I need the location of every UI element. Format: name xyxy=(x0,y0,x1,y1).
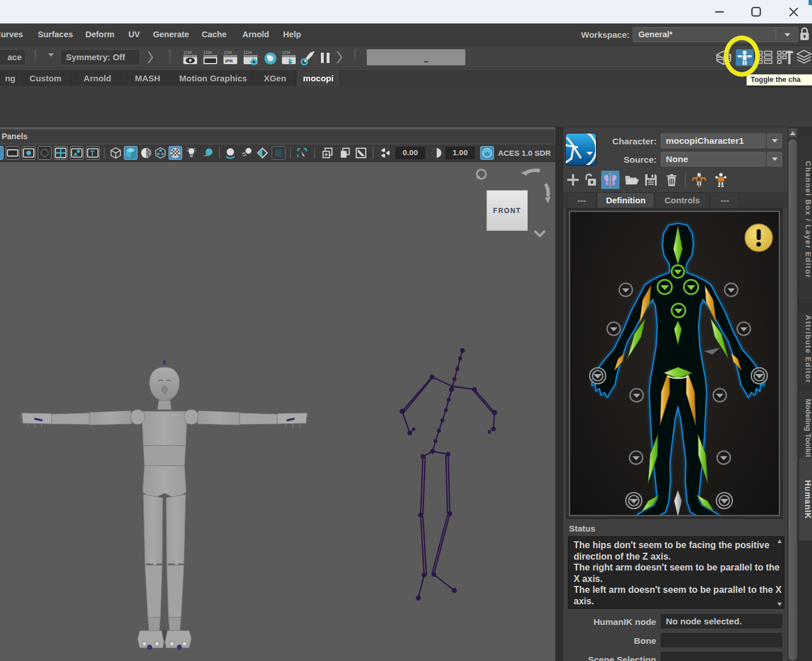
vp-lights-icon[interactable] xyxy=(185,146,198,160)
poly-count-icon[interactable] xyxy=(715,50,732,65)
menu-generate[interactable]: Generate xyxy=(153,23,189,46)
menu-surfaces[interactable]: Surfaces xyxy=(38,23,73,46)
vp-ao-icon[interactable] xyxy=(223,146,237,160)
status-scroll-up[interactable] xyxy=(776,538,783,544)
bone-field[interactable] xyxy=(661,633,782,647)
vp-isolate-icon[interactable] xyxy=(22,146,36,160)
vp-material-icon[interactable] xyxy=(154,146,167,160)
lock-icon[interactable] xyxy=(799,26,810,43)
tab-definition[interactable]: Definition xyxy=(597,192,654,207)
tab-dash-2[interactable]: --- xyxy=(710,192,740,207)
view-transform-button[interactable] xyxy=(480,146,494,160)
maximize-button[interactable] xyxy=(743,0,769,23)
exposure-value[interactable]: 0.00 xyxy=(395,147,425,159)
vp-multisample-icon[interactable] xyxy=(256,146,269,160)
character-controls-toggle[interactable] xyxy=(736,49,754,66)
toolbar-collapse-arrow[interactable] xyxy=(148,51,153,64)
tab-controls[interactable]: Controls xyxy=(655,192,709,207)
selection-mode-field[interactable]: ace xyxy=(0,49,26,65)
character-dropdown[interactable]: mocopiCharacter1 xyxy=(661,133,766,148)
mocap-skeleton[interactable] xyxy=(384,331,516,617)
shelf-tab-mocopi[interactable]: mocopi xyxy=(297,70,340,86)
source-dropdown[interactable]: None xyxy=(661,152,766,167)
minimize-button[interactable] xyxy=(706,0,732,23)
lock-character-icon[interactable] xyxy=(584,172,599,187)
source-dropdown-arrow[interactable] xyxy=(767,152,782,167)
menu-uv[interactable]: UV xyxy=(128,23,140,46)
viewport-canvas[interactable]: FRONT xyxy=(0,162,555,661)
vp-image-plane-icon[interactable] xyxy=(70,146,84,160)
vp-clear-icon[interactable] xyxy=(354,146,368,160)
workspace-dropdown[interactable]: General* xyxy=(633,27,776,42)
quick-input-field[interactable] xyxy=(367,49,465,65)
toolbar-collapse-arrow[interactable] xyxy=(337,51,342,64)
scrollbar-up-arrow[interactable] xyxy=(789,128,797,137)
vp-textured-icon[interactable] xyxy=(139,146,153,160)
close-button[interactable] xyxy=(780,0,807,23)
viewcube-chevron-down-icon[interactable] xyxy=(535,231,545,236)
panel-scrollbar[interactable] xyxy=(787,127,798,661)
shelf-tab-xgen[interactable]: XGen xyxy=(254,70,296,86)
create-character-icon[interactable] xyxy=(566,172,580,187)
shelf-tab-custom[interactable]: Custom xyxy=(19,70,72,86)
modeling-toolkit-icon[interactable] xyxy=(776,50,793,65)
menu-help[interactable]: Help xyxy=(283,23,301,46)
shelf-tab-mash[interactable]: MASH xyxy=(123,70,172,86)
vp-shadows-icon[interactable] xyxy=(201,146,214,160)
open-folder-icon[interactable] xyxy=(624,172,639,187)
vp-disabled-icon[interactable] xyxy=(38,146,52,160)
scrollbar-thumb[interactable] xyxy=(789,139,797,660)
vp-gamma-icon[interactable] xyxy=(430,146,444,160)
delete-icon[interactable] xyxy=(664,172,679,187)
vp-camera-icon[interactable] xyxy=(6,146,19,160)
shelf-tab-motion-graphics[interactable]: Motion Graphics xyxy=(173,70,254,86)
save-icon[interactable] xyxy=(644,172,658,187)
status-box[interactable]: The hips don't seem to be facing the pos… xyxy=(568,536,784,609)
menu-deform[interactable]: Deform xyxy=(85,23,115,46)
vp-icon-clipped[interactable] xyxy=(0,146,3,160)
humanik-node-field[interactable]: No node selected. xyxy=(661,614,782,628)
render-sequence-icon[interactable]: 1234 xyxy=(281,50,298,65)
scene-selection-field[interactable] xyxy=(661,652,782,661)
reference-bone[interactable] xyxy=(674,490,682,515)
menu-arnold[interactable]: Arnold xyxy=(242,23,269,46)
panel-splitter[interactable] xyxy=(555,127,563,661)
viewcube-rotate-cw-icon[interactable] xyxy=(546,184,548,196)
vp-exposure-icon[interactable] xyxy=(378,146,392,160)
viewcube-front-face[interactable]: FRONT xyxy=(487,190,528,231)
character-dropdown-arrow[interactable] xyxy=(767,133,782,148)
vp-motionblur-icon[interactable] xyxy=(240,146,253,160)
render-current-frame-icon[interactable]: 1234 xyxy=(202,50,219,65)
layer-stack-icon[interactable] xyxy=(795,50,812,65)
symmetry-field[interactable]: Symmetry: Off xyxy=(60,49,140,65)
vp-paste-icon[interactable] xyxy=(338,146,352,160)
shelf-tab-arnold[interactable]: Arnold xyxy=(73,70,123,86)
tab-dash-1[interactable]: --- xyxy=(567,192,597,207)
channel-box-icon[interactable] xyxy=(756,50,774,65)
side-tab-modeling-toolkit[interactable]: Modeling Toolkit xyxy=(799,391,812,466)
stance-pose-icon[interactable] xyxy=(713,172,728,187)
vp-wireframe-icon[interactable] xyxy=(109,146,123,160)
render-view-icon[interactable]: 1234 xyxy=(182,50,199,65)
menu-cache[interactable]: Cache xyxy=(202,23,227,46)
menu-curves[interactable]: Curves xyxy=(0,23,23,46)
vp-disabled2-icon[interactable] xyxy=(272,146,285,160)
side-tab-humanik[interactable]: HumanIK xyxy=(799,458,812,541)
gamma-value[interactable]: 1.00 xyxy=(445,147,475,159)
vp-copy-icon[interactable] xyxy=(321,146,335,160)
vp-shaded-icon[interactable] xyxy=(124,146,138,160)
mannequin-model[interactable] xyxy=(0,357,344,661)
humanik-logo[interactable] xyxy=(565,133,597,166)
character-definition-diagram[interactable] xyxy=(569,211,780,516)
ipr-render-icon[interactable]: 1234 IPR xyxy=(222,50,240,65)
workspace-dropdown-arrow[interactable] xyxy=(776,27,798,42)
hypershade-icon[interactable] xyxy=(262,50,279,65)
snap-dropdown-icon[interactable] xyxy=(48,53,54,57)
shelf-tab-rigging[interactable]: ng xyxy=(0,70,18,86)
viewport-menu-panels[interactable]: Panels xyxy=(2,129,28,144)
vp-text-hud-icon[interactable]: T xyxy=(86,146,100,160)
colorspace-label[interactable]: ACES 1.0 SDR xyxy=(498,147,561,160)
tpose-character-icon[interactable] xyxy=(692,172,707,187)
status-scroll-down[interactable] xyxy=(776,601,783,607)
mirror-definition-button[interactable] xyxy=(601,171,619,189)
